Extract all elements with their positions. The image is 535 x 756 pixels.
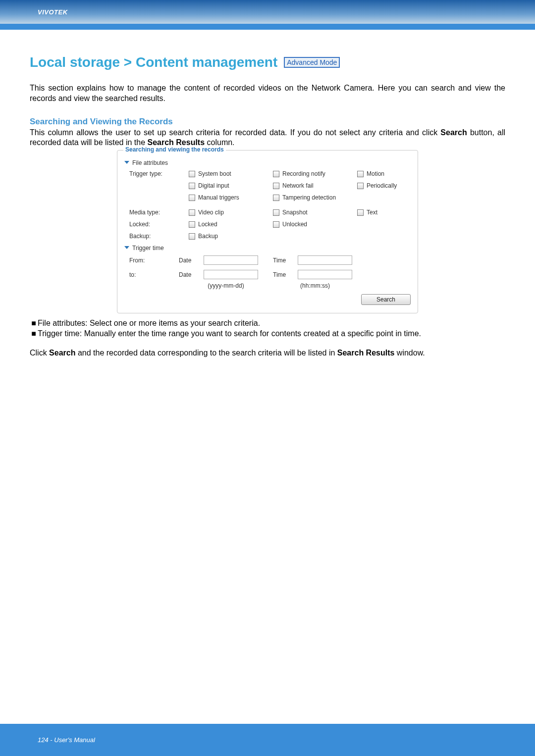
bullet-1-rest: Select one or more items as your search … — [90, 319, 260, 327]
to-time-input[interactable] — [298, 270, 352, 279]
cb-tampering[interactable]: Tampering detection — [273, 194, 357, 201]
date-format-hint: (yyyy-mm-dd) — [179, 282, 273, 289]
cb-locked[interactable]: Locked — [189, 221, 273, 228]
cb-motion-label: Motion — [367, 170, 384, 177]
from-time-input[interactable] — [298, 255, 352, 265]
bullet-2-lead: Trigger time: — [38, 329, 84, 338]
bullet-1-lead: File attributes: — [38, 319, 90, 327]
cb-digital-input-box[interactable] — [189, 183, 195, 189]
from-label: From: — [129, 257, 179, 264]
cb-periodically[interactable]: Periodically — [357, 182, 417, 189]
cb-periodically-label: Periodically — [367, 182, 397, 189]
cb-motion[interactable]: Motion — [357, 170, 417, 177]
date-label-from: Date — [179, 257, 204, 264]
to-label: to: — [129, 271, 179, 278]
trigger-type-label: Trigger type: — [129, 170, 189, 177]
cb-locked-box[interactable] — [189, 221, 195, 228]
cb-digital-input-label: Digital input — [198, 182, 229, 189]
cb-digital-input[interactable]: Digital input — [189, 182, 273, 189]
cb-text-label: Text — [367, 209, 377, 216]
cb-system-boot[interactable]: System boot — [189, 170, 273, 177]
cb-motion-box[interactable] — [357, 171, 364, 177]
cb-tampering-label: Tampering detection — [282, 194, 336, 201]
closing-part3: window. — [394, 349, 425, 357]
time-label-from: Time — [273, 257, 298, 264]
bullet-2-rest: Manually enter the time range you want t… — [84, 329, 421, 338]
section-intro: This column allows the user to set up se… — [30, 128, 505, 149]
cb-text-box[interactable] — [357, 209, 364, 216]
header-underline — [0, 24, 535, 30]
trigger-time-label: Trigger time — [132, 245, 164, 252]
time-format-hint: (hh:mm:ss) — [273, 282, 357, 289]
backup-label: Backup: — [129, 233, 189, 240]
closing-bold-results: Search Results — [337, 349, 395, 357]
locked-label: Locked: — [129, 221, 189, 228]
brand-text: VIVOTEK — [38, 8, 68, 16]
page-footer: 124 - User's Manual — [0, 724, 535, 756]
page-title: Local storage > Content management — [30, 54, 277, 70]
cb-video-clip-label: Video clip — [198, 209, 224, 216]
closing-part1: Click — [30, 349, 49, 357]
closing-part2: and the recorded data corresponding to t… — [75, 349, 337, 357]
cb-text[interactable]: Text — [357, 209, 417, 216]
from-date-input[interactable] — [204, 255, 258, 265]
cb-manual-triggers-label: Manual triggers — [198, 194, 239, 201]
closing-paragraph: Click Search and the recorded data corre… — [30, 348, 505, 358]
footer-text: 124 - User's Manual — [38, 736, 95, 744]
cb-snapshot-box[interactable] — [273, 209, 279, 216]
cb-manual-triggers[interactable]: Manual triggers — [189, 194, 273, 201]
cb-locked-label: Locked — [198, 221, 217, 228]
cb-network-fail-label: Network fail — [282, 182, 314, 189]
header-band: VIVOTEK — [0, 0, 535, 24]
section-heading: Searching and Viewing the Records — [30, 117, 505, 127]
intro-paragraph: This section explains how to manage the … — [30, 83, 505, 104]
cb-system-boot-box[interactable] — [189, 171, 195, 177]
to-date-input[interactable] — [204, 270, 258, 279]
date-label-to: Date — [179, 271, 204, 278]
cb-snapshot[interactable]: Snapshot — [273, 209, 357, 216]
cb-periodically-box[interactable] — [357, 183, 364, 189]
file-attributes-toggle[interactable]: File attributes — [124, 159, 411, 166]
cb-unlocked-box[interactable] — [273, 221, 279, 228]
bullet-icon: ■ — [30, 329, 38, 339]
cb-recording-notify-label: Recording notify — [282, 170, 325, 177]
cb-backup-label: Backup — [198, 233, 218, 240]
section-intro-bold-search: Search — [440, 128, 467, 137]
section-intro-part3: column. — [205, 138, 234, 147]
cb-system-boot-label: System boot — [198, 170, 231, 177]
cb-unlocked-label: Unlocked — [282, 221, 307, 228]
section-intro-part1: This column allows the user to set up se… — [30, 128, 440, 137]
cb-recording-notify[interactable]: Recording notify — [273, 170, 357, 177]
closing-bold-search: Search — [49, 349, 75, 357]
search-button[interactable]: Search — [361, 294, 411, 305]
trigger-time-toggle[interactable]: Trigger time — [124, 245, 411, 252]
time-label-to: Time — [273, 271, 298, 278]
media-type-label: Media type: — [129, 209, 189, 216]
bullet-icon: ■ — [30, 318, 38, 329]
cb-recording-notify-box[interactable] — [273, 171, 279, 177]
panel-legend: Searching and viewing the records — [123, 146, 226, 153]
chevron-down-icon — [124, 245, 129, 252]
cb-backup-box[interactable] — [189, 233, 195, 240]
cb-backup[interactable]: Backup — [189, 233, 273, 240]
cb-snapshot-label: Snapshot — [282, 209, 308, 216]
cb-tampering-box[interactable] — [273, 195, 279, 201]
section-intro-bold-results: Search Results — [147, 138, 205, 147]
cb-unlocked[interactable]: Unlocked — [273, 221, 357, 228]
cb-network-fail[interactable]: Network fail — [273, 182, 357, 189]
chevron-down-icon — [124, 159, 129, 166]
cb-manual-triggers-box[interactable] — [189, 195, 195, 201]
bullet-trigger-time: Trigger time: Manually enter the time ra… — [38, 329, 421, 339]
cb-network-fail-box[interactable] — [273, 183, 279, 189]
cb-video-clip[interactable]: Video clip — [189, 209, 273, 216]
bullet-file-attributes: File attributes: Select one or more item… — [38, 318, 260, 329]
cb-video-clip-box[interactable] — [189, 209, 195, 216]
file-attributes-label: File attributes — [132, 159, 168, 166]
mode-badge: Advanced Mode — [284, 57, 339, 67]
search-panel: Searching and viewing the records File a… — [117, 150, 418, 313]
